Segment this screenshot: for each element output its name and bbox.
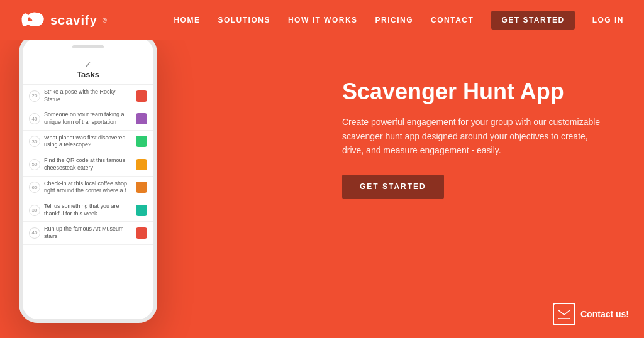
task-text: Strike a pose with the Rocky Statue [44, 89, 132, 103]
task-badge [136, 182, 147, 193]
task-number: 50 [29, 159, 40, 170]
phone-screen-container: ✓ Tasks 20 Strike a pose with the Rocky … [19, 34, 157, 323]
list-item: 60 Check-in at this local coffee shop ri… [23, 177, 153, 199]
nav-contact[interactable]: CONTACT [431, 16, 474, 25]
nav-pricing[interactable]: PRICING [375, 16, 414, 25]
svg-point-0 [28, 18, 31, 21]
list-item: 40 Run up the famous Art Museum stairs [23, 222, 153, 244]
task-badge [136, 136, 147, 147]
task-badge [136, 227, 147, 239]
phone-mockup: ✓ Tasks 20 Strike a pose with the Rocky … [19, 34, 208, 338]
tasks-header: ✓ Tasks [23, 57, 153, 85]
contact-us-widget[interactable]: Contact us! [553, 303, 629, 325]
list-item: 20 Strike a pose with the Rocky Statue [23, 85, 153, 107]
main-content: ✓ Tasks 20 Strike a pose with the Rocky … [0, 40, 644, 338]
nav-solutions[interactable]: SOLUTIONS [218, 16, 270, 25]
logo-icon [20, 11, 45, 29]
task-badge [136, 113, 147, 124]
task-number: 30 [29, 205, 40, 216]
hero-title: Scavenger Hunt App [342, 78, 606, 105]
phone-speaker [72, 45, 104, 48]
tasks-title: Tasks [77, 70, 99, 79]
nav-how-it-works[interactable]: HOW IT WORKS [288, 16, 358, 25]
logo-text: scavify [50, 13, 97, 28]
task-number: 30 [29, 136, 40, 147]
hero-cta-button[interactable]: GET STARTED [342, 175, 444, 199]
logo[interactable]: scavify® [20, 11, 107, 29]
list-item: 30 Tell us something that you are thankf… [23, 199, 153, 222]
task-text: Find the QR code at this famous cheesest… [44, 157, 132, 172]
main-nav: HOME SOLUTIONS HOW IT WORKS PRICING CONT… [174, 11, 624, 30]
nav-login[interactable]: LOG IN [592, 16, 624, 25]
task-text: Someone on your team taking a unique for… [44, 111, 132, 126]
task-number: 40 [29, 113, 40, 124]
task-list: 20 Strike a pose with the Rocky Statue 4… [23, 85, 153, 245]
nav-get-started-button[interactable]: GET STARTED [491, 11, 574, 30]
task-number: 40 [29, 227, 40, 239]
nav-home[interactable]: HOME [174, 16, 200, 25]
logo-trademark: ® [103, 17, 107, 24]
task-text: Tell us something that you are thankful … [44, 203, 132, 217]
task-text: What planet was first discovered using a… [44, 134, 132, 149]
hero-content: Scavenger Hunt App Create powerful engag… [342, 78, 606, 199]
task-badge [136, 90, 147, 102]
header: scavify® HOME SOLUTIONS HOW IT WORKS PRI… [0, 0, 644, 40]
task-badge [136, 205, 147, 216]
task-text: Run up the famous Art Museum stairs [44, 226, 132, 240]
task-text: Check-in at this local coffee shop right… [44, 180, 132, 195]
svg-point-1 [30, 19, 32, 21]
task-badge [136, 159, 147, 170]
email-icon [558, 310, 570, 319]
contact-us-label: Contact us! [580, 309, 629, 319]
task-number: 20 [29, 90, 40, 102]
hero-description: Create powerful engagement for your grou… [342, 115, 606, 157]
checkmark-icon: ✓ [84, 60, 92, 70]
list-item: 50 Find the QR code at this famous chees… [23, 153, 153, 176]
phone-screen: ✓ Tasks 20 Strike a pose with the Rocky … [23, 52, 153, 312]
list-item: 30 What planet was first discovered usin… [23, 131, 153, 153]
list-item: 40 Someone on your team taking a unique … [23, 107, 153, 130]
task-number: 60 [29, 182, 40, 193]
contact-icon-container [553, 303, 575, 325]
